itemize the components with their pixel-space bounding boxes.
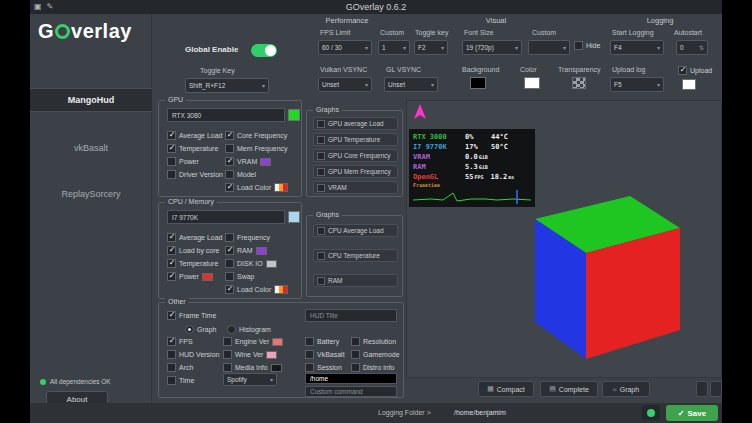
checkbox-box (317, 168, 325, 176)
checkbox-cpu-load-by-core[interactable]: Load by core (167, 246, 219, 255)
cpu-load-color-swatch[interactable] (274, 285, 288, 294)
checkbox-cpu-load-color[interactable]: Load Color (225, 285, 288, 294)
autostart-stepper[interactable]: 0 (676, 40, 708, 55)
cpu-power-color-swatch[interactable] (202, 273, 213, 281)
checkbox-cpu-frequency[interactable]: Frequency (225, 233, 270, 242)
graph-button[interactable]: ≈Graph (602, 381, 650, 397)
transparency-icon[interactable] (572, 77, 586, 89)
checkbox-distro-info[interactable]: Distro info (351, 363, 395, 372)
preview-tool-button-2[interactable] (710, 381, 722, 397)
upload-color-swatch[interactable] (682, 79, 696, 90)
toggle-key-select[interactable]: Shift_R+F12 (185, 78, 269, 93)
hud-ram-row: RAM5.3GiB (413, 162, 531, 172)
vram-color-swatch[interactable] (260, 158, 271, 166)
checkbox-wine-ver[interactable]: Wine Ver (223, 350, 277, 359)
checkbox-session[interactable]: Session (305, 363, 342, 372)
font-custom-select[interactable] (528, 40, 570, 55)
checkbox-graph-gpu-mem-frequency[interactable]: GPU Mem Frequency (313, 165, 398, 178)
font-size-select[interactable]: 19 (720p) (462, 40, 522, 55)
checkbox-graph-cpu-average-load[interactable]: CPU Average Load (313, 224, 398, 237)
checkbox-battery[interactable]: Battery (305, 337, 339, 346)
checkbox-graph-cpu-temperature[interactable]: CPU Temperature (313, 249, 398, 262)
upload-log-select[interactable]: F5 (610, 77, 664, 92)
checkbox-cpu-average-load[interactable]: Average Load (167, 233, 222, 242)
checkbox-cpu-power[interactable]: Power (167, 272, 213, 281)
hide-checkbox[interactable]: Hide (574, 41, 600, 50)
ram-color-swatch[interactable] (256, 247, 267, 255)
fps-limit-select[interactable]: 60 / 30 (318, 40, 372, 55)
checkbox-frame-time[interactable]: Frame Time (167, 311, 216, 320)
sidebar-item-replaysorcery[interactable]: ReplaySorcery (30, 182, 152, 206)
hud-title-input[interactable]: HUD Title (305, 309, 397, 322)
checkbox-graph-gpu-core-frequency[interactable]: GPU Core Frequency (313, 149, 398, 162)
checkbox-gpu-driver-version[interactable]: Driver Version (167, 170, 223, 179)
complete-button[interactable]: ▤Complete (540, 381, 598, 397)
checkbox-cpu-temperature[interactable]: Temperature (167, 259, 218, 268)
checkbox-arch[interactable]: Arch (167, 363, 193, 372)
save-button-label: Save (688, 409, 707, 418)
checkbox-gamemode[interactable]: Gamemode (351, 350, 400, 359)
checkbox-hud-version[interactable]: HUD Version (167, 350, 219, 359)
checkbox-gpu-power[interactable]: Power (167, 157, 199, 166)
checkbox-graph-vram[interactable]: VRAM (313, 181, 398, 194)
start-logging-select[interactable]: F4 (610, 40, 664, 55)
checkbox-gpu-core-frequency[interactable]: Core Frequency (225, 131, 287, 140)
checkbox-cpu-ram[interactable]: RAM (225, 246, 267, 255)
checkbox-gpu-average-load[interactable]: Average Load (167, 131, 222, 140)
fps-custom-select[interactable]: 1 (378, 40, 410, 55)
checkbox-gpu-vram[interactable]: VRAM (225, 157, 271, 166)
radio-histogram[interactable]: Histogram (227, 325, 271, 334)
checkbox-graph-ram[interactable]: RAM (313, 274, 398, 287)
compact-button[interactable]: ▦Compact (478, 381, 534, 397)
sidebar-item-vkbasalt[interactable]: vkBasalt (30, 136, 152, 160)
checkbox-vkbasalt[interactable]: VkBasalt (305, 350, 345, 359)
checkbox-time[interactable]: Time (167, 376, 194, 385)
checkbox-media-info[interactable]: Media Info (223, 363, 282, 372)
radio-graph[interactable]: Graph (185, 325, 216, 334)
checkbox-gpu-temperature[interactable]: Temperature (167, 144, 218, 153)
fps-toggle-key-select[interactable]: F2 (414, 40, 448, 55)
text-color-swatch[interactable] (524, 77, 540, 89)
gpu-load-color-swatch[interactable] (274, 183, 288, 192)
logging-folder-link[interactable]: Logging Folder > (378, 409, 431, 416)
background-color-swatch[interactable] (470, 77, 486, 89)
checkbox-label: Temperature (179, 145, 218, 152)
upload-checkbox[interactable]: Upload (678, 66, 712, 75)
media-info-color-swatch[interactable] (271, 364, 282, 372)
checkbox-cpu-swap[interactable]: Swap (225, 272, 255, 281)
checkbox-resolution[interactable]: Resolution (351, 337, 396, 346)
checkbox-label: Resolution (363, 338, 396, 345)
wine-ver-color-swatch[interactable] (266, 351, 277, 359)
checkbox-graph-gpu-temperature[interactable]: GPU Temperature (313, 133, 398, 146)
preview-tool-button-1[interactable] (696, 381, 708, 397)
hud-ram-unit: GiB (479, 162, 488, 172)
sidebar-item-mangohud[interactable]: MangoHud (30, 88, 152, 112)
checkbox-label: Engine Ver (235, 338, 269, 345)
gpu-name-input[interactable]: RTX 3080 (167, 108, 285, 122)
vulkan-vsync-select[interactable]: Unset (318, 77, 372, 92)
disk-io-color-swatch[interactable] (266, 260, 277, 268)
gpu-groupbox: GPU RTX 3080 Average Load Core Frequency… (158, 100, 302, 197)
gl-vsync-select[interactable]: Unset (384, 77, 438, 92)
cpu-color-swatch[interactable] (288, 211, 300, 223)
home-path-field[interactable]: /home (305, 373, 397, 384)
save-button[interactable]: ✓Save (666, 405, 718, 421)
checkbox-label: Power (179, 273, 199, 280)
status-icon-button[interactable] (642, 405, 660, 420)
engine-ver-color-swatch[interactable] (272, 338, 283, 346)
checkbox-fps[interactable]: FPS (167, 337, 193, 346)
checkbox-graph-gpu-average-load[interactable]: GPU average Load (313, 117, 398, 130)
spotify-select[interactable]: Spotify (223, 373, 277, 386)
checkbox-gpu-mem-frequency[interactable]: Mem Frequency (225, 144, 288, 153)
global-enable-toggle[interactable] (251, 44, 277, 57)
checkbox-engine-ver[interactable]: Engine Ver (223, 337, 283, 346)
checkbox-label: Media Info (235, 364, 268, 371)
gpu-color-swatch[interactable] (288, 109, 300, 121)
checkbox-cpu-disk-io[interactable]: DISK IO (225, 259, 277, 268)
checkbox-gpu-load-color[interactable]: Load Color (225, 183, 288, 192)
custom-command-input[interactable]: Custom command (305, 386, 397, 397)
status-dot-icon (40, 379, 46, 385)
checkbox-gpu-model[interactable]: Model (225, 170, 256, 179)
checkbox-label: FPS (179, 338, 193, 345)
cpu-name-input[interactable]: I7 9770K (167, 210, 285, 224)
